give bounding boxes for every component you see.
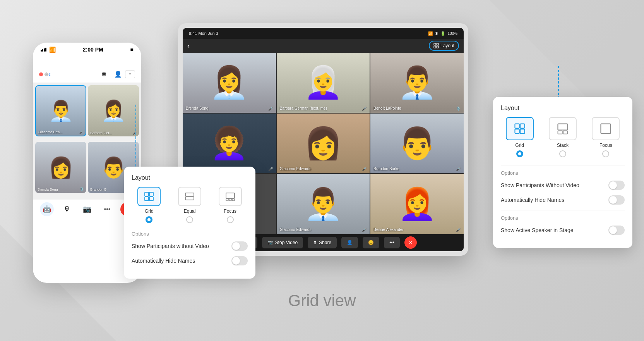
tablet-cell[interactable]: 👩‍💼 Brenda Song 🎤 xyxy=(183,53,276,113)
stop-video-label: Stop Video xyxy=(275,240,298,245)
more-options-button[interactable]: ••• xyxy=(100,202,114,216)
phone-video-cell[interactable]: 👩 Brenda Song 🎙️ xyxy=(35,142,86,193)
mic-icon: 🎤 xyxy=(268,167,273,171)
face: 👩‍🦰 xyxy=(398,186,437,222)
participant-face: 👩‍💼 xyxy=(101,101,126,121)
layout-options-row: Grid Equal xyxy=(132,187,248,223)
focus-label: Focus xyxy=(599,143,612,148)
tablet-cell[interactable]: 👩 Giacomo Edwards 🎤 xyxy=(277,114,370,174)
participant-name-label: Barbara Ger... xyxy=(90,131,112,135)
svg-rect-19 xyxy=(558,131,562,134)
tablet-cell[interactable]: 👨‍💼 Benoît LaPointe 🎙️ xyxy=(370,53,464,113)
show-participants-toggle-row: Show Participants without Video xyxy=(132,241,248,251)
more-icon: ••• xyxy=(389,240,394,245)
reactions-button[interactable]: 😊 xyxy=(363,237,379,248)
show-participants-toggle-row: Show Participants Without Video xyxy=(501,181,625,190)
active-speaker-toggle[interactable] xyxy=(608,226,625,235)
equal-radio[interactable] xyxy=(186,216,193,223)
layout-option-grid[interactable]: Grid xyxy=(501,117,538,157)
svg-rect-5 xyxy=(185,197,194,200)
cell-name: Barbara German (host, me) xyxy=(280,106,327,110)
video-icon: 📷 xyxy=(267,240,273,245)
focus-radio[interactable] xyxy=(227,216,234,223)
layout-option-focus[interactable]: Focus xyxy=(212,187,248,223)
show-participants-toggle[interactable] xyxy=(231,241,248,251)
emoji-icon: 😊 xyxy=(368,240,374,245)
layout-button-label: Layout xyxy=(440,43,454,48)
tablet-cell[interactable]: 👩‍🦰 Bessie Alexander 🎤 xyxy=(370,174,464,234)
mic-icon: 🎤 xyxy=(362,228,367,232)
grid-view-label: Grid view xyxy=(288,291,356,310)
svg-rect-8 xyxy=(229,199,231,201)
auto-hide-names-toggle-row: Automatically Hide Names xyxy=(132,256,248,265)
layout-button[interactable]: Layout xyxy=(429,41,459,51)
share-icon: ⬆ xyxy=(313,240,317,245)
cell-name: Giacomo Edwards xyxy=(280,227,312,232)
share-label: Share xyxy=(319,240,331,245)
tablet-time: 9:41 Mon Jun 3 xyxy=(189,31,218,36)
video-button[interactable]: 📷 xyxy=(80,202,94,216)
layout-popup-phone: Layout Grid xyxy=(124,167,255,279)
tablet-cell[interactable]: 👩‍🦱 Giacomo Edwards 🎤 xyxy=(183,114,276,174)
svg-rect-9 xyxy=(232,199,235,201)
phone-status-bar: 📶 2:00 PM ■ xyxy=(33,43,141,66)
share-button[interactable]: ⬆ Share xyxy=(308,237,337,248)
tablet-cell[interactable]: 👨‍💼 Giacomo Edwards 🎤 xyxy=(277,174,370,234)
auto-hide-names-toggle[interactable] xyxy=(231,256,248,265)
grid-radio[interactable] xyxy=(516,150,523,157)
mic-off-icon: 🎙️ xyxy=(456,107,461,111)
end-call-button[interactable]: ✕ xyxy=(404,236,417,249)
options-section1-label: Options xyxy=(501,170,625,176)
phone-video-cell[interactable]: 👨‍💼 Giacomo Edw... 🎤 xyxy=(35,85,86,136)
bluetooth-icon-tablet: ✱ xyxy=(435,31,438,36)
participants-button[interactable]: 👤 xyxy=(341,237,358,248)
equal-option-label: Equal xyxy=(184,208,196,214)
layout-option-grid[interactable]: Grid xyxy=(132,187,167,223)
stop-video-button[interactable]: 📷 Stop Video xyxy=(262,237,303,248)
layout-option-stack[interactable]: Stack xyxy=(544,117,581,157)
more-button[interactable]: ••• xyxy=(384,237,400,248)
grid-radio[interactable] xyxy=(146,216,152,223)
mic-off-icon: 🎙️ xyxy=(79,187,84,191)
mute-button[interactable]: 🎙 xyxy=(60,202,74,216)
mic-icon: 🎤 xyxy=(362,167,367,171)
participant-name-label: Brenda Song xyxy=(38,188,58,191)
layout-option-equal[interactable]: Equal xyxy=(172,187,207,223)
back-button[interactable]: ‹ xyxy=(187,42,190,50)
tablet-cell[interactable]: 👨 Brandon Burke 🎤 xyxy=(370,114,464,174)
battery-icon: 🔋 xyxy=(440,31,445,36)
mic-icon: 🎤 xyxy=(456,167,461,171)
stack-radio[interactable] xyxy=(559,150,566,157)
face: 👨 xyxy=(398,125,437,162)
chat-icon[interactable]: ≡ xyxy=(129,72,131,76)
layout-option-focus[interactable]: Focus xyxy=(587,117,625,157)
svg-rect-21 xyxy=(601,124,611,133)
face: 👩‍💼 xyxy=(210,64,248,101)
phone-battery: ■ xyxy=(130,46,134,53)
phone-video-cell[interactable]: 👩‍💼 Barbara Ger... 🎤 xyxy=(88,85,139,136)
auto-hide-names-toggle-row: Automatically Hide Names xyxy=(501,195,625,205)
participant-name-label: Brandon B xyxy=(90,188,107,191)
focus-icon-box xyxy=(592,117,620,140)
tablet-cell[interactable]: 👩‍🦳 Barbara German (host, me) 🎤 xyxy=(277,53,370,113)
svg-rect-14 xyxy=(515,124,519,128)
popup-title: Layout xyxy=(501,105,625,112)
participant-name-label: Giacomo Edw... xyxy=(38,130,63,134)
auto-hide-names-toggle[interactable] xyxy=(608,195,625,205)
grid-icon-box xyxy=(506,117,534,140)
active-speaker-label: Show Active Speaker in Stage xyxy=(501,227,574,233)
focus-option-label: Focus xyxy=(224,208,236,214)
show-participants-toggle[interactable] xyxy=(608,181,625,190)
show-participants-label: Show Participants Without Video xyxy=(501,182,579,188)
cell-name: Benoît LaPointe xyxy=(373,106,401,110)
participants-icon: 👤 xyxy=(347,240,353,245)
robot-icon[interactable]: 🤖 xyxy=(40,202,54,216)
svg-rect-17 xyxy=(520,129,524,133)
focus-radio[interactable] xyxy=(602,150,609,157)
popup-title: Layout xyxy=(132,174,248,181)
svg-rect-13 xyxy=(437,46,438,48)
grid-icon-box xyxy=(137,187,161,206)
back-icon[interactable]: ‹ xyxy=(48,70,51,78)
grid-option-label: Grid xyxy=(145,208,154,214)
participants-icon[interactable]: 👤 xyxy=(114,71,122,78)
